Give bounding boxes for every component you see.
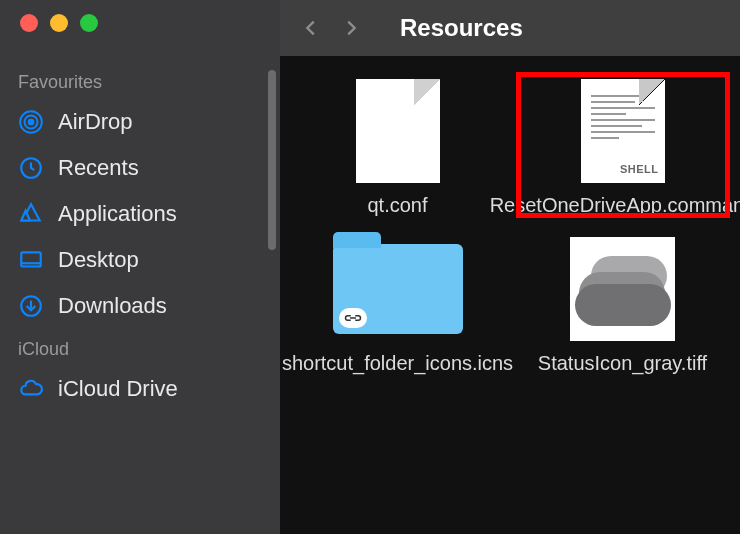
file-type-badge: SHELL — [620, 163, 659, 175]
folder-title: Resources — [400, 14, 523, 42]
sidebar: Favourites AirDrop Recents Applications … — [0, 0, 280, 534]
file-item[interactable]: StatusIcon_gray.tiff — [518, 236, 728, 376]
file-label: qt.conf — [367, 193, 427, 218]
file-item[interactable]: qt.conf — [293, 78, 503, 218]
svg-rect-4 — [21, 252, 41, 266]
sidebar-scrollbar[interactable] — [268, 70, 276, 250]
zoom-window-button[interactable] — [80, 14, 98, 32]
folder-icon — [328, 236, 468, 341]
sidebar-item-label: Desktop — [58, 247, 139, 273]
image-thumbnail — [570, 236, 675, 341]
alias-badge-icon — [339, 308, 367, 328]
sidebar-section-favourites: Favourites — [0, 62, 280, 99]
airdrop-icon — [18, 109, 44, 135]
nav-forward-button[interactable] — [340, 17, 362, 39]
file-label: StatusIcon_gray.tiff — [538, 351, 707, 376]
cloud-icon — [18, 376, 44, 402]
sidebar-item-applications[interactable]: Applications — [0, 191, 280, 237]
svg-point-0 — [29, 120, 34, 125]
sidebar-item-airdrop[interactable]: AirDrop — [0, 99, 280, 145]
file-item[interactable]: shortcut_folder_icons.icns — [293, 236, 503, 376]
sidebar-item-downloads[interactable]: Downloads — [0, 283, 280, 329]
shell-file-icon: SHELL — [570, 78, 675, 183]
close-window-button[interactable] — [20, 14, 38, 32]
window-controls — [0, 14, 280, 62]
sidebar-item-label: iCloud Drive — [58, 376, 178, 402]
sidebar-item-label: Recents — [58, 155, 139, 181]
sidebar-item-recents[interactable]: Recents — [0, 145, 280, 191]
file-item[interactable]: SHELL ResetOneDriveApp.command — [518, 78, 728, 218]
sidebar-item-label: Applications — [58, 201, 177, 227]
file-grid: qt.conf SHELL ResetOneDriveApp.command — [280, 56, 740, 534]
sidebar-item-label: AirDrop — [58, 109, 133, 135]
downloads-icon — [18, 293, 44, 319]
clock-icon — [18, 155, 44, 181]
sidebar-item-label: Downloads — [58, 293, 167, 319]
titlebar: Resources — [280, 0, 740, 56]
finder-window: Favourites AirDrop Recents Applications … — [0, 0, 740, 534]
file-icon — [345, 78, 450, 183]
file-label: shortcut_folder_icons.icns — [282, 351, 513, 376]
sidebar-item-icloud-drive[interactable]: iCloud Drive — [0, 366, 280, 412]
sidebar-section-icloud: iCloud — [0, 329, 280, 366]
main-panel: Resources qt.conf SHELL ResetOneD — [280, 0, 740, 534]
nav-back-button[interactable] — [300, 17, 322, 39]
sidebar-item-desktop[interactable]: Desktop — [0, 237, 280, 283]
minimize-window-button[interactable] — [50, 14, 68, 32]
apps-icon — [18, 201, 44, 227]
desktop-icon — [18, 247, 44, 273]
